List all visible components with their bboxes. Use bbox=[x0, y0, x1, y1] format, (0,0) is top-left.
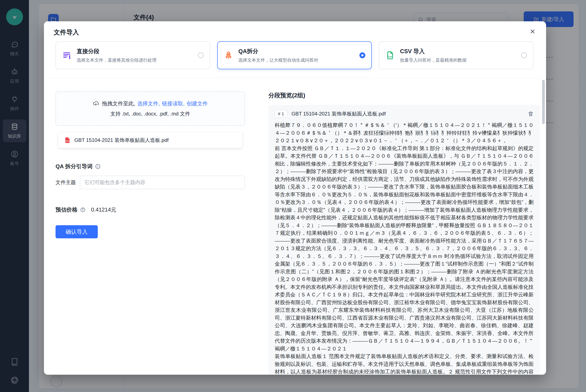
mode-text: CSV 导入 批量导入问答对，是最精准的数据 bbox=[400, 48, 466, 63]
link-fetch-link[interactable]: 链接读取, bbox=[162, 100, 185, 107]
cloud-upload-icon bbox=[93, 100, 99, 107]
segment-icon bbox=[62, 50, 72, 60]
file-topic-label: 文件主题 bbox=[56, 179, 80, 186]
price-row: 预估价格 0.41214元 bbox=[56, 206, 245, 214]
file-dropzone[interactable]: 拖拽文件至此, 选择文件, 链接读取, 创建文件 支持 .txt, .doc, … bbox=[56, 92, 245, 126]
file-topic-field: 文件主题 bbox=[56, 176, 245, 189]
mode-title: CSV 导入 bbox=[400, 48, 466, 55]
supported-types-text: 支持 .txt, .doc, .docx, .pdf, .md 文件 bbox=[111, 110, 190, 117]
qa-prompt-section: QA 拆分引导词 bbox=[56, 163, 245, 170]
scrollbar-thumb[interactable] bbox=[542, 80, 545, 124]
mode-text: 直接分段 选择文本文件，直接将其按分段进行处理 bbox=[77, 48, 157, 63]
confirm-import-button[interactable]: 确认导入 bbox=[56, 225, 98, 238]
csv-file-icon: csv bbox=[385, 50, 395, 60]
select-file-link[interactable]: 选择文件, bbox=[137, 100, 160, 107]
mode-title: 直接分段 bbox=[77, 48, 157, 55]
mode-desc: 选择文本文件，直接将其按分段进行处理 bbox=[77, 57, 157, 63]
mode-title: QA拆分 bbox=[238, 48, 318, 55]
svg-text:PDF: PDF bbox=[66, 140, 69, 142]
price-label: 预估价格 bbox=[56, 206, 78, 214]
rocket-icon bbox=[224, 50, 233, 60]
screen: 聊天 应用 插件 知识库 账号 bbox=[0, 0, 586, 392]
mode-direct-segment[interactable]: 直接分段 选择文本文件，直接将其按分段进行处理 bbox=[56, 41, 210, 69]
drag-text: 拖拽文件至此, bbox=[102, 100, 135, 107]
import-mode-selector: 直接分段 选择文本文件，直接将其按分段进行处理 QA拆分 选择文本文件，让大模型… bbox=[56, 41, 533, 69]
uploaded-file-name: GBT 15104-2021 装饰单板贴面人造板.pdf bbox=[74, 137, 169, 144]
mode-desc: 批量导入问答对，是最精准的数据 bbox=[400, 57, 466, 63]
create-file-link[interactable]: 创建文件 bbox=[187, 100, 208, 107]
mode-desc: 选择文本文件，让大模型自动生成问答对 bbox=[238, 57, 318, 63]
radio-qa-split[interactable] bbox=[359, 52, 365, 58]
chunk-file-name: GBT 15104-2021 装饰单板贴面人造板.pdf bbox=[291, 110, 386, 117]
close-icon[interactable] bbox=[528, 27, 537, 36]
upload-column: 拖拽文件至此, 选择文件, 链接读取, 创建文件 支持 .txt, .doc, … bbox=[56, 92, 245, 238]
section-divider bbox=[44, 78, 546, 78]
modal-title: 文件导入 bbox=[54, 28, 79, 37]
mode-text: QA拆分 选择文本文件，让大模型自动生成问答对 bbox=[238, 48, 318, 63]
radio-csv-import[interactable] bbox=[521, 52, 527, 58]
price-value: 0.41214元 bbox=[91, 206, 116, 214]
svg-text:csv: csv bbox=[388, 55, 392, 58]
info-icon[interactable] bbox=[95, 164, 101, 169]
help-circle-icon[interactable] bbox=[80, 207, 86, 212]
uploaded-file-item[interactable]: PDF GBT 15104-2021 装饰单板贴面人造板.pdf bbox=[58, 132, 242, 148]
pdf-file-icon: PDF bbox=[64, 137, 71, 144]
chunk-index-badge: # 1 bbox=[275, 110, 287, 118]
dropzone-line1: 拖拽文件至此, 选择文件, 链接读取, 创建文件 bbox=[93, 100, 208, 107]
mode-qa-split[interactable]: QA拆分 选择文本文件，让大模型自动生成问答对 bbox=[217, 41, 372, 69]
chunk-card: # 1 GBT 15104-2021 装饰单板贴面人造板.pdf 枓植犛７９．０… bbox=[268, 105, 540, 375]
radio-direct-segment[interactable] bbox=[198, 52, 204, 58]
qa-prompt-title: QA 拆分引导词 bbox=[56, 163, 93, 170]
mode-csv-import[interactable]: csv CSV 导入 批量导入问答对，是最精准的数据 bbox=[379, 41, 533, 69]
file-topic-input[interactable] bbox=[80, 176, 245, 189]
preview-column: 分段预览(2组) # 1 GBT 15104-2021 装饰单板贴面人造板.pd… bbox=[268, 92, 540, 375]
modal-scrollbar bbox=[542, 80, 545, 371]
chunk-content: 枓植犛７９．０６０值植犛稠７０！＂＃＄％＆＇（'）＊褐稠／檄１５１０４—２０２１… bbox=[275, 122, 534, 375]
trash-icon[interactable] bbox=[528, 111, 534, 117]
preview-title: 分段预览(2组) bbox=[268, 92, 540, 100]
file-import-modal: 文件导入 直接分段 选择文本文件，直接将其按分段进行处理 QA拆 bbox=[44, 21, 546, 375]
chunk-header: # 1 GBT 15104-2021 装饰单板贴面人造板.pdf bbox=[275, 110, 534, 118]
